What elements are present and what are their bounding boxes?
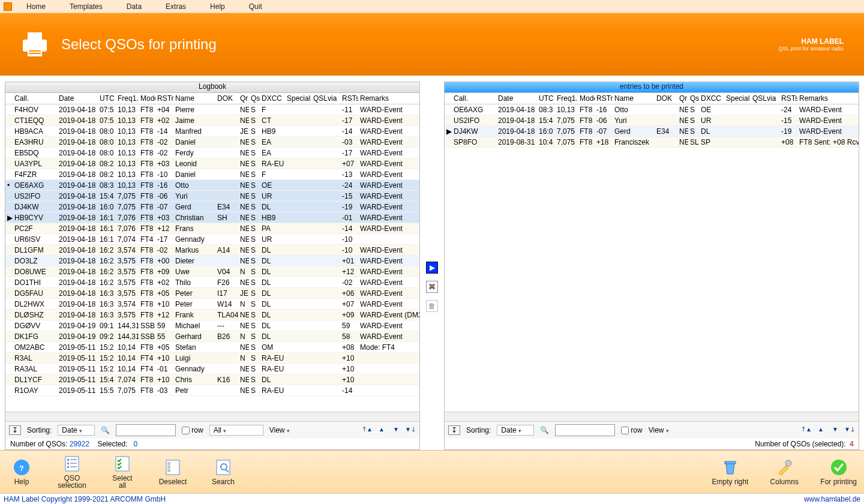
table-row[interactable]: ▶HB9CYV2019-04-1816:17,076FT8+03Christia… bbox=[5, 212, 419, 223]
column-header[interactable]: RSTs bbox=[340, 93, 358, 104]
filter-all[interactable]: All ▾ bbox=[209, 425, 263, 436]
table-row[interactable]: F4HOV2019-04-1807:510,13FT8+04PierreNESF… bbox=[5, 104, 419, 115]
table-row[interactable]: DLØSHZ2019-04-1816:33,575FT8+12FrankTLA0… bbox=[5, 310, 419, 320]
column-header[interactable]: Special bbox=[285, 93, 311, 104]
column-header[interactable]: Qr bbox=[677, 93, 688, 104]
table-row[interactable]: RA3AL2019-05-1115:210,14FT4-01GennadyNES… bbox=[5, 364, 419, 374]
nav-last-2[interactable]: ▼⤓ bbox=[844, 426, 855, 434]
table-row[interactable]: HB9ACA2019-04-1808:010,13FT8-14ManfredJE… bbox=[5, 126, 419, 137]
delete-button[interactable]: 🗑 bbox=[426, 300, 438, 312]
table-row[interactable]: SP8FO2019-08-3110:47,075FT8+18Franciszek… bbox=[445, 137, 859, 148]
column-header[interactable]: QSLvia bbox=[751, 93, 779, 104]
column-header[interactable]: Call. bbox=[13, 93, 57, 104]
search-button[interactable]: Search bbox=[209, 458, 238, 485]
table-row[interactable]: US2IFO2019-04-1815:47,075FT8-06YuriNESUR… bbox=[5, 191, 419, 202]
transfer-right-button[interactable]: ▶ bbox=[426, 262, 438, 274]
sort-field-2[interactable]: Date ▾ bbox=[497, 425, 534, 436]
table-row[interactable]: F4FZR2019-04-1808:210,13FT8-10DanielNESF… bbox=[5, 169, 419, 180]
insert-button[interactable]: ↧ bbox=[9, 425, 21, 435]
sort-field[interactable]: Date ▾ bbox=[58, 425, 95, 436]
table-row[interactable]: DJ4KW2019-04-1816:07,075FT8-07GerdE34NES… bbox=[5, 202, 419, 212]
column-header[interactable]: Date bbox=[57, 93, 98, 104]
table-row[interactable]: CT1EQQ2019-04-1807:510,13FT8+02JaimeNESC… bbox=[5, 115, 419, 126]
column-header[interactable]: UTC bbox=[537, 93, 555, 104]
table-row[interactable]: R3AL2019-05-1115:210,14FT4+10LuigiNSRA-E… bbox=[5, 353, 419, 364]
table-row[interactable]: •OE6AXG2019-04-1808:310,13FT8-16OttoNESO… bbox=[5, 180, 419, 191]
table-row[interactable]: US2IFO2019-04-1815:47,075FT8-06YuriNESUR… bbox=[445, 115, 859, 126]
menu-templates[interactable]: Templates bbox=[58, 1, 115, 12]
table-row[interactable]: PC2F2019-04-1816:17,076FT8+12FransNESPA-… bbox=[5, 223, 419, 234]
table-row[interactable]: EB5DQ2019-04-1808:010,13FT8-02FerdyNESEA… bbox=[5, 148, 419, 158]
table-row[interactable]: UR6ISV2019-04-1816:17,074FT4-17GennadyNE… bbox=[5, 234, 419, 245]
column-header[interactable]: RSTs bbox=[779, 93, 797, 104]
table-row[interactable]: ▶DJ4KW2019-04-1816:07,075FT8-07GerdE34NE… bbox=[445, 126, 859, 137]
table-row[interactable]: DO3LZ2019-04-1816:23,575FT8+00DieterNESD… bbox=[5, 256, 419, 266]
table-row[interactable]: EA3HRU2019-04-1808:010,13FT8-02DanielNES… bbox=[5, 137, 419, 148]
column-header[interactable]: UTC bbox=[98, 93, 116, 104]
menu-help[interactable]: Help bbox=[198, 1, 237, 12]
table-row[interactable]: DL2HWX2019-04-1816:33,574FT8+10PeterW14N… bbox=[5, 299, 419, 310]
menu-data[interactable]: Data bbox=[115, 1, 154, 12]
column-header[interactable]: Name bbox=[173, 93, 215, 104]
view-label-2[interactable]: View ▾ bbox=[649, 426, 669, 434]
logbook-hscroll[interactable] bbox=[5, 412, 419, 421]
table-row[interactable]: DL1YCF2019-05-1115:47,074FT8+10ChrisK16N… bbox=[5, 374, 419, 385]
nav-prev-2[interactable]: ▲ bbox=[815, 426, 826, 434]
qso-selection-button[interactable]: QSO selection bbox=[58, 455, 86, 489]
empty-right-button[interactable]: Empty right bbox=[712, 458, 749, 485]
column-header[interactable] bbox=[445, 93, 452, 104]
print-hscroll[interactable] bbox=[445, 412, 859, 421]
row-checkbox[interactable]: row bbox=[182, 426, 203, 434]
nav-first[interactable]: ⤒▲ bbox=[362, 426, 373, 434]
view-label[interactable]: View ▾ bbox=[269, 426, 290, 434]
row-checkbox-2[interactable]: row bbox=[621, 426, 642, 434]
search-input[interactable] bbox=[116, 424, 176, 436]
column-header[interactable]: Qs bbox=[688, 93, 699, 104]
column-header[interactable]: DOK bbox=[655, 93, 677, 104]
column-header[interactable]: Qr bbox=[238, 93, 249, 104]
print-grid[interactable]: Call.DateUTCFreq1.ModeRSTrNameDOKQrQsDXC… bbox=[445, 93, 859, 412]
search-input-2[interactable] bbox=[555, 424, 615, 436]
logbook-header-row[interactable]: Call.DateUTCFreq1.ModeRSTrNameDOKQrQsDXC… bbox=[5, 93, 419, 104]
table-row[interactable]: DO1THI2019-04-1816:23,575FT8+02ThiloF26N… bbox=[5, 277, 419, 288]
print-header-row[interactable]: Call.DateUTCFreq1.ModeRSTrNameDOKQrQsDXC… bbox=[445, 93, 859, 104]
column-header[interactable]: DXCC bbox=[260, 93, 285, 104]
menu-quit[interactable]: Quit bbox=[237, 1, 274, 12]
select-all-button[interactable]: Select all bbox=[108, 455, 137, 489]
table-row[interactable]: OE6AXG2019-04-1808:310,13FT8-16OttoNESOE… bbox=[445, 104, 859, 115]
column-header[interactable]: Remarks bbox=[358, 93, 419, 104]
column-header[interactable]: DOK bbox=[215, 93, 238, 104]
insert-button-2[interactable]: ↧ bbox=[448, 425, 460, 435]
for-printing-button[interactable]: For printing bbox=[820, 458, 857, 485]
table-row[interactable]: OM2ABC2019-05-1115:210,14FT8+05StefanNES… bbox=[5, 342, 419, 353]
table-row[interactable]: DK1FG2019-04-1909:2144,31SSB55GerhardB26… bbox=[5, 331, 419, 342]
edit-button[interactable]: ⌘ bbox=[426, 281, 438, 293]
column-header[interactable]: DXCC bbox=[699, 93, 724, 104]
column-header[interactable]: RSTr bbox=[595, 93, 613, 104]
logbook-grid[interactable]: Call.DateUTCFreq1.ModeRSTrNameDOKQrQsDXC… bbox=[5, 93, 419, 412]
nav-next[interactable]: ▼ bbox=[391, 426, 401, 434]
website-link[interactable]: www.hamlabel.de bbox=[804, 495, 860, 503]
table-row[interactable]: DO8UWE2019-04-1816:23,575FT8+09UweV04NSD… bbox=[5, 266, 419, 277]
column-header[interactable]: Qs bbox=[249, 93, 260, 104]
help-button[interactable]: ? Help bbox=[7, 458, 36, 485]
table-row[interactable]: DG5FAU2019-04-1816:33,575FT8+05PeterI17J… bbox=[5, 288, 419, 299]
deselect-button[interactable]: Deselect bbox=[158, 458, 187, 485]
nav-prev[interactable]: ▲ bbox=[376, 426, 387, 434]
column-header[interactable]: Remarks bbox=[797, 93, 859, 104]
column-header[interactable] bbox=[5, 93, 13, 104]
nav-last[interactable]: ▼⤓ bbox=[405, 426, 416, 434]
column-header[interactable]: Mode bbox=[139, 93, 155, 104]
column-header[interactable]: Freq1. bbox=[116, 93, 139, 104]
column-header[interactable]: Date bbox=[496, 93, 537, 104]
column-header[interactable]: Name bbox=[613, 93, 655, 104]
column-header[interactable]: Call. bbox=[452, 93, 496, 104]
table-row[interactable]: UA3YPL2019-04-1808:210,13FT8+03LeonidNES… bbox=[5, 158, 419, 169]
table-row[interactable]: R1OAY2019-05-1115:57,075FT8-03PetrNESRA-… bbox=[5, 385, 419, 396]
menu-home[interactable]: Home bbox=[14, 1, 58, 12]
column-header[interactable]: Mode bbox=[578, 93, 595, 104]
column-header[interactable]: Freq1. bbox=[555, 93, 578, 104]
table-row[interactable]: DL1GFM2019-04-1816:23,574FT8-02MarkusA14… bbox=[5, 245, 419, 256]
home-icon[interactable] bbox=[4, 2, 12, 11]
column-header[interactable]: Special bbox=[724, 93, 751, 104]
